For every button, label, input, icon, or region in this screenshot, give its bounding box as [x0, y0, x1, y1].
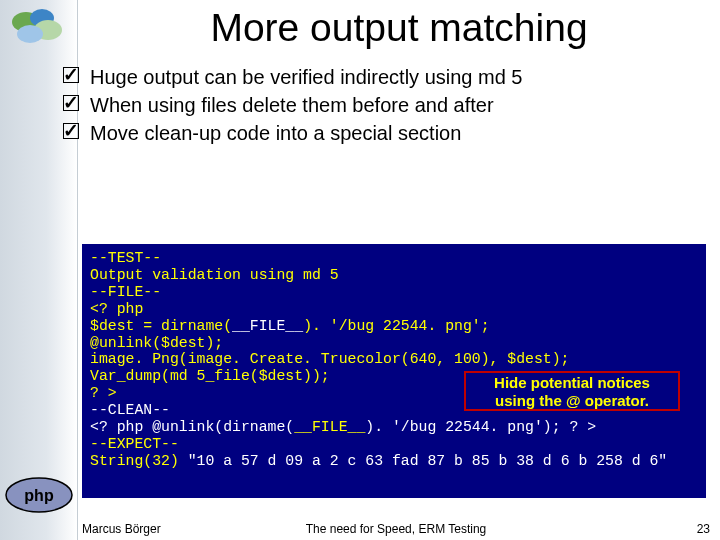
footer: Marcus Börger The need for Speed, ERM Te… — [82, 522, 710, 536]
callout-line: Hide potential notices — [466, 374, 678, 392]
bullet-item: ✓ Huge output can be verified indirectly… — [60, 64, 704, 90]
bullet-text: When using files delete them before and … — [90, 92, 494, 118]
bullet-list: ✓ Huge output can be verified indirectly… — [60, 64, 704, 148]
slide-title: More output matching — [94, 6, 704, 50]
bullet-text: Huge output can be verified indirectly u… — [90, 64, 522, 90]
php-logo-icon: php — [4, 476, 74, 514]
bullet-item: ✓ When using files delete them before an… — [60, 92, 704, 118]
svg-point-3 — [17, 25, 43, 43]
svg-text:php: php — [24, 487, 54, 504]
bullet-item: ✓ Move clean-up code into a special sect… — [60, 120, 704, 146]
footer-title: The need for Speed, ERM Testing — [82, 522, 710, 536]
checkmark-icon: ✓ — [60, 120, 90, 146]
callout-box: Hide potential notices using the @ opera… — [464, 371, 680, 411]
cloud-logo-icon — [8, 6, 68, 48]
checkmark-icon: ✓ — [60, 64, 90, 90]
callout-line: using the @ operator. — [466, 392, 678, 410]
bullet-text: Move clean-up code into a special sectio… — [90, 120, 461, 146]
checkmark-icon: ✓ — [60, 92, 90, 118]
slide: php More output matching ✓ Huge output c… — [0, 0, 720, 540]
